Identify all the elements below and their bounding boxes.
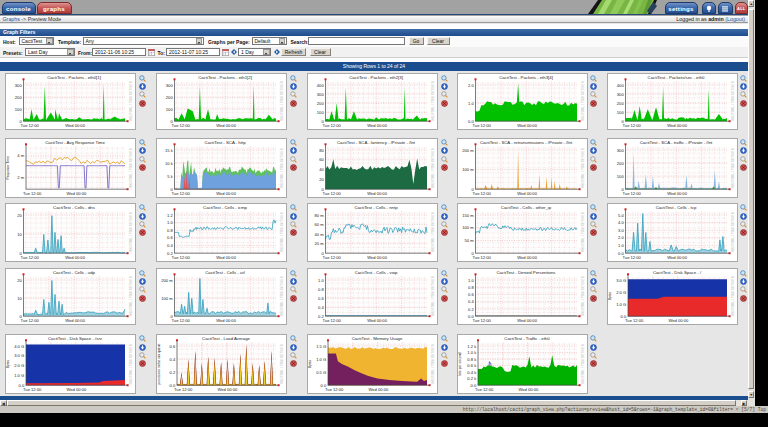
- svg-text:0.8: 0.8: [318, 287, 324, 292]
- svg-text:RRDTOOL / TOBI OETIKER: RRDTOOL / TOBI OETIKER: [731, 81, 735, 121]
- svg-text:400: 400: [616, 83, 624, 88]
- svg-text:20: 20: [17, 278, 22, 283]
- svg-text:1.0: 1.0: [467, 101, 473, 106]
- svg-text:Tue 12:00: Tue 12:00: [21, 123, 40, 128]
- svg-text:Wed 00:00: Wed 00:00: [367, 254, 387, 259]
- svg-text:Tue 12:00: Tue 12:00: [472, 254, 491, 259]
- svg-text:0.4: 0.4: [169, 356, 175, 361]
- svg-text:CactiTest - Disk Space - /: CactiTest - Disk Space - /: [652, 270, 701, 275]
- svg-text:200: 200: [616, 101, 624, 106]
- svg-text:100: 100: [317, 110, 325, 115]
- svg-text:CactiTest - Cells - other_ip: CactiTest - Cells - other_ip: [500, 205, 551, 210]
- svg-text:400: 400: [317, 83, 325, 88]
- svg-text:Wed 00:00: Wed 00:00: [216, 254, 236, 259]
- svg-text:Bytes: Bytes: [608, 291, 612, 300]
- svg-text:80 m: 80 m: [315, 212, 325, 217]
- svg-text:0.2 k: 0.2 k: [467, 376, 477, 381]
- svg-text:RRDTOOL / TOBI OETIKER: RRDTOOL / TOBI OETIKER: [431, 148, 435, 188]
- svg-text:0.6 k: 0.6 k: [467, 363, 477, 368]
- svg-text:0.8 k: 0.8 k: [467, 356, 477, 361]
- svg-text:Tue 12:00: Tue 12:00: [475, 387, 494, 392]
- svg-text:10: 10: [17, 296, 22, 301]
- svg-text:Tue 12:00: Tue 12:00: [323, 123, 342, 128]
- svg-text:Wed 00:00: Wed 00:00: [518, 387, 538, 392]
- svg-text:300: 300: [166, 83, 174, 88]
- svg-text:bits per second: bits per second: [458, 352, 462, 375]
- svg-text:RRDTOOL / TOBI OETIKER: RRDTOOL / TOBI OETIKER: [581, 276, 585, 316]
- svg-text:CactiTest - Packets/sec - eth0: CactiTest - Packets/sec - eth0: [647, 75, 704, 80]
- svg-text:3.0 G: 3.0 G: [14, 353, 24, 358]
- svg-text:100 m: 100 m: [161, 296, 173, 301]
- svg-text:Wed 00:00: Wed 00:00: [65, 254, 85, 259]
- svg-text:2 m: 2 m: [17, 174, 24, 179]
- svg-text:RRDTOOL / TOBI OETIKER: RRDTOOL / TOBI OETIKER: [431, 81, 435, 121]
- svg-text:0.6: 0.6: [318, 296, 324, 301]
- svg-text:Tue 12:00: Tue 12:00: [23, 190, 42, 195]
- svg-text:RRDTOOL / TOBI OETIKER: RRDTOOL / TOBI OETIKER: [280, 81, 284, 121]
- svg-text:60 m: 60 m: [315, 222, 325, 227]
- svg-text:Tue 12:00: Tue 12:00: [472, 123, 491, 128]
- svg-text:processes in the run queue: processes in the run queue: [157, 343, 161, 384]
- svg-text:1.0 k: 1.0 k: [467, 350, 477, 355]
- svg-text:Wed 00:00: Wed 00:00: [367, 318, 387, 323]
- svg-text:CactiTest - Cells - tcp: CactiTest - Cells - tcp: [655, 205, 696, 210]
- svg-text:200 m: 200 m: [462, 147, 474, 152]
- svg-text:RRDTOOL / TOBI OETIKER: RRDTOOL / TOBI OETIKER: [581, 344, 585, 384]
- svg-text:CactiTest - Packets - eth0[1]: CactiTest - Packets - eth0[1]: [47, 75, 101, 80]
- svg-text:0.4: 0.4: [167, 243, 173, 248]
- svg-text:4.0 G: 4.0 G: [14, 343, 24, 348]
- svg-text:RRDTOOL / TOBI OETIKER: RRDTOOL / TOBI OETIKER: [280, 212, 284, 252]
- svg-text:Tue 12:00: Tue 12:00: [172, 123, 191, 128]
- svg-text:Wed 00:00: Wed 00:00: [668, 318, 688, 323]
- svg-text:Wed 00:00: Wed 00:00: [367, 190, 387, 195]
- svg-text:100 m: 100 m: [462, 167, 474, 172]
- svg-text:Response Time: Response Time: [6, 156, 10, 180]
- svg-text:200: 200: [166, 95, 174, 100]
- svg-text:Bytes: Bytes: [6, 359, 10, 368]
- svg-text:1.0: 1.0: [167, 220, 173, 225]
- svg-text:Wed 00:00: Wed 00:00: [67, 190, 87, 195]
- svg-text:4 m: 4 m: [17, 153, 24, 158]
- svg-text:CactiTest - Cells - nntp: CactiTest - Cells - nntp: [354, 205, 398, 210]
- svg-text:0.2: 0.2: [169, 369, 175, 374]
- svg-text:0.8: 0.8: [167, 227, 173, 232]
- svg-text:RRDTOOL / TOBI OETIKER: RRDTOOL / TOBI OETIKER: [581, 212, 585, 252]
- svg-text:1.0: 1.0: [467, 278, 473, 283]
- svg-text:Wed 00:00: Wed 00:00: [517, 190, 537, 195]
- svg-text:300: 300: [15, 83, 23, 88]
- svg-text:1.0 G: 1.0 G: [14, 373, 24, 378]
- svg-text:20: 20: [17, 212, 22, 217]
- svg-text:1.0 G: 1.0 G: [316, 356, 326, 361]
- svg-text:Tue 12:00: Tue 12:00: [174, 387, 193, 392]
- svg-text:1.2: 1.2: [167, 212, 173, 217]
- svg-text:CactiTest - Avg Response Time: CactiTest - Avg Response Time: [45, 140, 105, 145]
- svg-text:0.6: 0.6: [169, 343, 175, 348]
- svg-text:Wed 00:00: Wed 00:00: [65, 123, 85, 128]
- svg-text:40: 40: [319, 167, 324, 172]
- svg-text:CactiTest - Cells - udp: CactiTest - Cells - udp: [53, 270, 96, 275]
- svg-text:CactiTest - Cells - voip: CactiTest - Cells - voip: [355, 270, 398, 275]
- svg-text:0.4: 0.4: [467, 299, 473, 304]
- svg-text:CactiTest - Load Average: CactiTest - Load Average: [202, 336, 251, 341]
- svg-text:1.5 G: 1.5 G: [316, 343, 326, 348]
- svg-text:RRDTOOL / TOBI OETIKER: RRDTOOL / TOBI OETIKER: [431, 212, 435, 252]
- svg-text:Tue 12:00: Tue 12:00: [172, 254, 191, 259]
- svg-text:100 m: 100 m: [462, 225, 474, 230]
- svg-text:1.0: 1.0: [617, 243, 623, 248]
- svg-text:CactiTest - Packets - eth1[2]: CactiTest - Packets - eth1[2]: [198, 75, 252, 80]
- svg-text:Wed 00:00: Wed 00:00: [216, 318, 236, 323]
- svg-text:RRDTOOL / TOBI OETIKER: RRDTOOL / TOBI OETIKER: [431, 344, 435, 384]
- svg-text:CactiTest - SCA - http: CactiTest - SCA - http: [204, 140, 246, 145]
- svg-text:2.0 G: 2.0 G: [616, 290, 626, 295]
- svg-text:Wed 00:00: Wed 00:00: [517, 123, 537, 128]
- svg-text:Tue 12:00: Tue 12:00: [172, 190, 191, 195]
- svg-text:RRDTOOL / TOBI OETIKER: RRDTOOL / TOBI OETIKER: [129, 81, 133, 121]
- svg-text:50 m: 50 m: [464, 238, 474, 243]
- svg-text:150 m: 150 m: [462, 212, 474, 217]
- svg-text:RRDTOOL / TOBI OETIKER: RRDTOOL / TOBI OETIKER: [731, 212, 735, 252]
- svg-text:Tue 12:00: Tue 12:00: [622, 190, 641, 195]
- svg-text:0.6: 0.6: [167, 235, 173, 240]
- svg-text:5 k: 5 k: [167, 173, 173, 178]
- svg-text:0.4: 0.4: [318, 305, 324, 310]
- svg-text:Tue 12:00: Tue 12:00: [622, 254, 641, 259]
